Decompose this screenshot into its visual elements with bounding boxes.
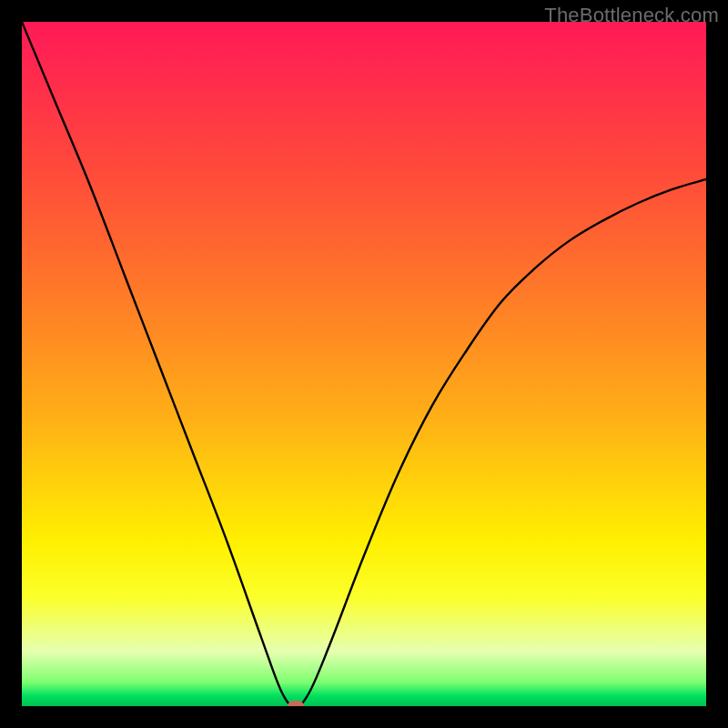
chart-frame: TheBottleneck.com [0, 0, 728, 728]
bottleneck-curve [22, 22, 706, 706]
watermark-text: TheBottleneck.com [544, 4, 719, 27]
optimal-point-marker [288, 701, 304, 706]
plot-area [22, 22, 706, 706]
